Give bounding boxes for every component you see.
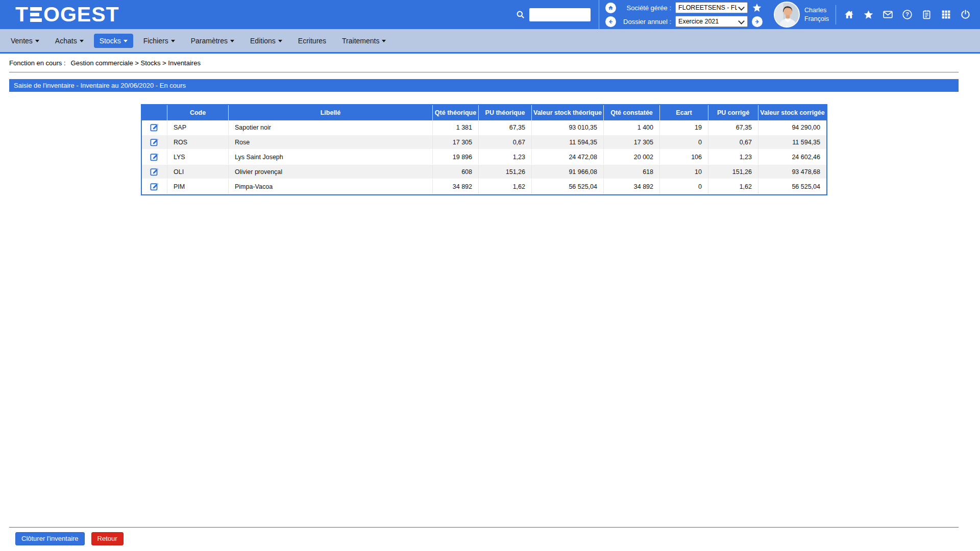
edit-row-icon[interactable] (150, 138, 159, 147)
cell-valeur_stock_corrigee: 94 290,00 (758, 120, 826, 135)
cell-pu_theorique: 0,67 (479, 135, 532, 150)
cell-edit (142, 165, 167, 180)
column-header-2: Libellé (229, 105, 433, 120)
cell-pu_theorique: 151,26 (479, 165, 532, 180)
chevron-down-icon (80, 40, 84, 42)
nav-item-editions[interactable]: Editions (244, 34, 288, 48)
edit-row-icon[interactable] (150, 123, 159, 132)
user-name: Charles François (804, 6, 829, 23)
previous-year-icon[interactable] (605, 16, 616, 27)
nav-item-achats[interactable]: Achats (50, 34, 89, 48)
cell-libelle: Sapotier noir (229, 120, 433, 135)
company-select[interactable]: FLOREETSENS - FLOR (675, 2, 748, 13)
context-block: Société gérée : FLOREETSENS - FLOR Dossi… (599, 0, 769, 29)
nav-item-traitements[interactable]: Traitements (336, 34, 391, 48)
cell-valeur_stock_corrigee: 11 594,35 (758, 135, 826, 150)
cell-valeur_stock_theorique: 93 010,35 (532, 120, 604, 135)
cell-code: SAP (167, 120, 229, 135)
nav-item-ventes[interactable]: Ventes (5, 34, 45, 48)
fiscal-year-label: Dossier annuel : (620, 18, 671, 26)
nav-item-label: Traitements (342, 37, 379, 45)
cell-pu_corrige: 0,67 (708, 135, 758, 150)
nav-item-label: Achats (55, 37, 77, 45)
nav-item-label: Ecritures (298, 37, 326, 45)
svg-text:?: ? (905, 11, 909, 17)
logo-prefix: T (15, 4, 29, 25)
cell-valeur_stock_corrigee: 56 525,04 (758, 180, 826, 194)
column-header-4: PU théorique (479, 105, 532, 120)
cell-libelle: Pimpa-Vacoa (229, 180, 433, 194)
nav-item-fichiers[interactable]: Fichiers (138, 34, 181, 48)
cell-ecart: 19 (660, 120, 708, 135)
column-header-5: Valeur stock théorique (532, 105, 604, 120)
home-icon[interactable] (844, 9, 854, 20)
cell-valeur_stock_corrigee: 93 478,68 (758, 165, 826, 180)
column-header-8: PU corrigé (708, 105, 758, 120)
edit-icon (150, 123, 159, 132)
nav-item-stocks[interactable]: Stocks (94, 34, 133, 48)
column-header-3: Qté théorique (433, 105, 479, 120)
cell-edit (142, 120, 167, 135)
cell-libelle: Rose (229, 135, 433, 150)
topbar-divider (836, 5, 836, 24)
cell-ecart: 106 (660, 150, 708, 165)
cell-code: OLI (167, 165, 229, 180)
topbar: T OGEST Société gérée : FLOREETSENS - FL… (0, 0, 980, 29)
cell-qte_constatee: 20 002 (604, 150, 660, 165)
search-input[interactable] (529, 8, 591, 21)
notes-icon[interactable] (921, 9, 932, 20)
breadcrumb-divider (9, 72, 959, 72)
cell-ecart: 0 (660, 180, 708, 194)
inventory-table-body: SAPSapotier noir1 38167,3593 010,351 400… (142, 120, 826, 194)
help-icon[interactable]: ? (902, 9, 913, 20)
chevron-down-icon (124, 40, 128, 42)
cell-pu_theorique: 1,23 (479, 150, 532, 165)
fiscal-year-select[interactable]: Exercice 2021 (675, 16, 748, 27)
back-button[interactable]: Retour (91, 532, 124, 545)
search-area (516, 8, 591, 21)
cell-libelle: Olivier provençal (229, 165, 433, 180)
cell-edit (142, 180, 167, 194)
edit-row-icon[interactable] (150, 182, 159, 191)
nav-item-label: Stocks (100, 37, 121, 45)
user-avatar[interactable] (774, 2, 800, 28)
nav-item-parametres[interactable]: Paramètres (185, 34, 240, 48)
cell-pu_theorique: 67,35 (479, 120, 532, 135)
breadcrumb: Fonction en cours :Gestion commerciale >… (0, 54, 980, 72)
chevron-down-icon (230, 40, 234, 42)
cell-qte_theorique: 34 892 (433, 180, 479, 194)
company-home-icon[interactable] (605, 3, 616, 13)
cell-edit (142, 135, 167, 150)
nav-item-ecritures[interactable]: Ecritures (292, 34, 332, 48)
edit-icon (150, 167, 159, 177)
cell-edit (142, 150, 167, 165)
cell-ecart: 10 (660, 165, 708, 180)
cell-libelle: Lys Saint Joseph (229, 150, 433, 165)
logo-e-glyph (30, 7, 42, 22)
cell-valeur_stock_theorique: 24 472,08 (532, 150, 604, 165)
mail-icon[interactable] (883, 9, 893, 20)
chevron-down-icon (171, 40, 175, 42)
chevron-down-icon (382, 40, 386, 42)
cell-valeur_stock_theorique: 91 966,08 (532, 165, 604, 180)
apps-grid-icon[interactable] (941, 9, 951, 20)
column-header-9: Valeur stock corrigée (758, 105, 826, 120)
table-row: ROSRose17 3050,6711 594,3517 30500,6711 … (142, 135, 826, 150)
company-label: Société gérée : (620, 4, 671, 12)
star-icon[interactable] (863, 9, 874, 20)
close-inventory-button[interactable]: Clôturer l'inventaire (15, 532, 85, 545)
cell-code: ROS (167, 135, 229, 150)
table-row: SAPSapotier noir1 38167,3593 010,351 400… (142, 120, 826, 135)
cell-pu_theorique: 1,62 (479, 180, 532, 194)
search-icon (516, 10, 525, 19)
main-nav: VentesAchatsStocksFichiersParamètresEdit… (0, 29, 980, 54)
favorite-star-icon[interactable] (752, 3, 762, 13)
next-year-icon[interactable] (752, 16, 763, 27)
edit-row-icon[interactable] (150, 167, 159, 177)
cell-pu_corrige: 1,23 (708, 150, 758, 165)
edit-icon (150, 153, 159, 162)
power-icon[interactable] (960, 9, 971, 20)
nav-item-label: Ventes (11, 37, 33, 45)
edit-row-icon[interactable] (150, 153, 159, 162)
inventory-table-container: CodeLibelléQté théoriquePU théoriqueVale… (141, 104, 825, 195)
